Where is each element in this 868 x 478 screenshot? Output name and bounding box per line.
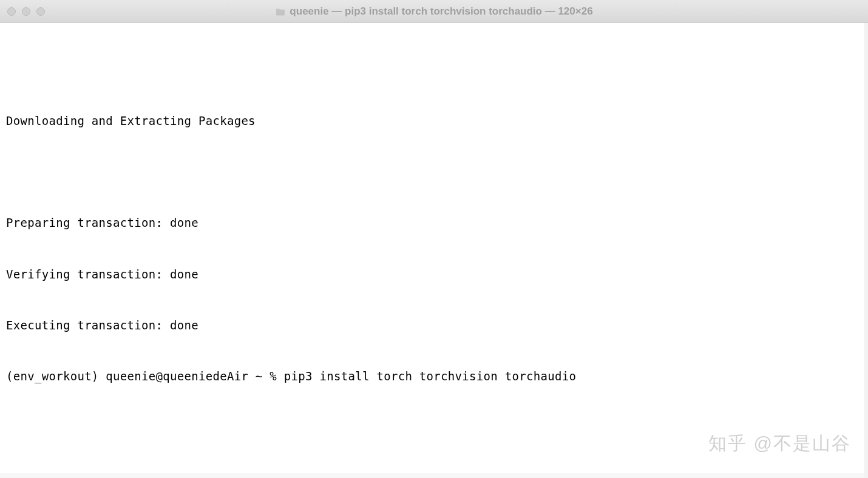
terminal-line (6, 419, 862, 436)
terminal-line (6, 61, 862, 78)
prompt-line: (env_workout) queenie@queeniedeAir ~ % p… (6, 368, 862, 385)
minimize-button[interactable] (22, 7, 30, 16)
maximize-button[interactable] (36, 7, 45, 16)
window-titlebar[interactable]: queenie — pip3 install torch torchvision… (0, 0, 868, 23)
terminal-line (6, 163, 862, 180)
traffic-lights (7, 7, 45, 16)
terminal-line: Verifying transaction: done (6, 266, 862, 283)
window-title-text: queenie — pip3 install torch torchvision… (290, 5, 592, 18)
close-button[interactable] (7, 7, 16, 16)
horizontal-scrollbar[interactable] (0, 473, 864, 478)
terminal-line: Preparing transaction: done (6, 214, 862, 231)
vertical-scrollbar[interactable] (864, 23, 868, 478)
terminal-line: Downloading and Extracting Packages (6, 112, 862, 129)
terminal-line: Executing transaction: done (6, 317, 862, 334)
folder-icon (275, 7, 286, 16)
window-title: queenie — pip3 install torch torchvision… (0, 5, 868, 18)
terminal-window: queenie — pip3 install torch torchvision… (0, 0, 868, 478)
terminal-output[interactable]: Downloading and Extracting Packages Prep… (0, 23, 868, 478)
